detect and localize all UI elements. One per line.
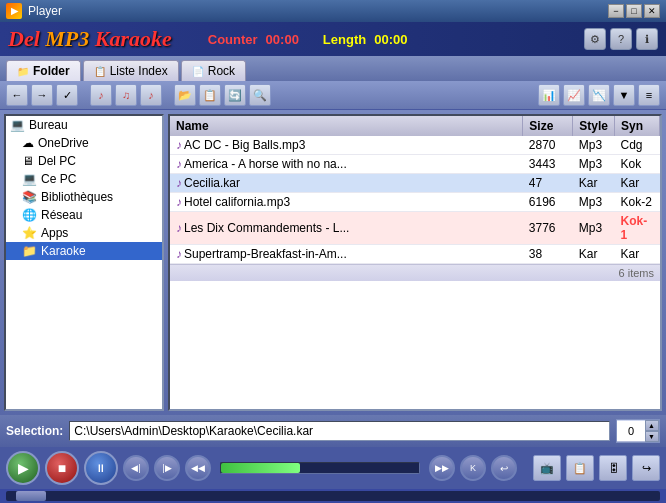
stop-button[interactable]: ■ xyxy=(45,451,79,485)
file-icon: ♪ xyxy=(176,195,182,209)
chart3-button[interactable]: 📉 xyxy=(588,84,610,106)
file-size: 2870 xyxy=(523,136,573,155)
file-syn: Cdg xyxy=(615,136,660,155)
check-button[interactable]: ✓ xyxy=(56,84,78,106)
repeat-button[interactable]: ↩ xyxy=(491,455,517,481)
maximize-button[interactable]: □ xyxy=(626,4,642,18)
file-style: Kar xyxy=(573,174,615,193)
selection-bar: Selection: ▲ ▼ xyxy=(0,415,666,447)
tree-label-delpc: Del PC xyxy=(38,154,76,168)
tree-item-bibliotheques[interactable]: 📚 Bibliothèques xyxy=(6,188,162,206)
close-button[interactable]: ✕ xyxy=(644,4,660,18)
open-folder-button[interactable]: 📂 xyxy=(174,84,196,106)
spin-down[interactable]: ▼ xyxy=(645,431,659,442)
title-mp3: MP3 xyxy=(45,26,95,51)
next-button[interactable]: |▶ xyxy=(154,455,180,481)
tree-label-onedrive: OneDrive xyxy=(38,136,89,150)
reseau-icon: 🌐 xyxy=(22,208,37,222)
display-button[interactable]: 📺 xyxy=(533,455,561,481)
cepc-icon: 💻 xyxy=(22,172,37,186)
selection-input[interactable] xyxy=(69,421,610,441)
file-size: 47 xyxy=(523,174,573,193)
selection-label: Selection: xyxy=(6,424,63,438)
seek-back-button[interactable]: ◀◀ xyxy=(185,455,211,481)
table-row[interactable]: ♪AC DC - Big Balls.mp3 2870 Mp3 Cdg xyxy=(170,136,660,155)
table-row[interactable]: ♪Cecilia.kar 47 Kar Kar xyxy=(170,174,660,193)
tab-liste-index[interactable]: 📋 Liste Index xyxy=(83,60,179,81)
tab-rock[interactable]: 📄 Rock xyxy=(181,60,246,81)
spin-up[interactable]: ▲ xyxy=(645,420,659,431)
table-row[interactable]: ♪Supertramp-Breakfast-in-Am... 38 Kar Ka… xyxy=(170,245,660,264)
spinner-input[interactable] xyxy=(617,421,645,441)
file-name: ♪Cecilia.kar xyxy=(170,174,523,193)
file-list[interactable]: Name Size Style Syn ♪AC DC - Big Balls.m… xyxy=(168,114,662,411)
file-syn: Kok-2 xyxy=(615,193,660,212)
karaoke-icon: 📁 xyxy=(22,244,37,258)
refresh-button[interactable]: 🔄 xyxy=(224,84,246,106)
app-icon: ▶ xyxy=(6,3,22,19)
window-controls: − □ ✕ xyxy=(608,4,660,18)
col-name: Name xyxy=(170,116,523,136)
title-kar: Karaoke xyxy=(95,26,172,51)
progress-section xyxy=(216,462,424,474)
seek-forward-button[interactable]: ▶▶ xyxy=(429,455,455,481)
info-button[interactable]: ℹ xyxy=(636,28,658,50)
file-name: ♪Supertramp-Breakfast-in-Am... xyxy=(170,245,523,264)
file-icon: ♪ xyxy=(176,176,182,190)
effects-button[interactable]: 🎛 xyxy=(599,455,627,481)
prev-button[interactable]: ◀| xyxy=(123,455,149,481)
menu-button[interactable]: ≡ xyxy=(638,84,660,106)
tree-item-delpc[interactable]: 🖥 Del PC xyxy=(6,152,162,170)
music3-button[interactable]: ♪ xyxy=(140,84,162,106)
bottom-scrollbar[interactable] xyxy=(0,489,666,503)
chart1-button[interactable]: 📊 xyxy=(538,84,560,106)
file-size: 38 xyxy=(523,245,573,264)
music2-button[interactable]: ♫ xyxy=(115,84,137,106)
header: Del MP3 Karaoke Counter 00:00 Length 00:… xyxy=(0,22,666,56)
filter-button[interactable]: ▼ xyxy=(613,84,635,106)
back-button[interactable]: ← xyxy=(6,84,28,106)
play-button[interactable]: ▶ xyxy=(6,451,40,485)
tree-item-onedrive[interactable]: ☁ OneDrive xyxy=(6,134,162,152)
tree-label-cepc: Ce PC xyxy=(41,172,76,186)
file-icon: ♪ xyxy=(176,157,182,171)
file-icon: ♪ xyxy=(176,138,182,152)
chart2-button[interactable]: 📈 xyxy=(563,84,585,106)
settings-button[interactable]: ⚙ xyxy=(584,28,606,50)
table-row[interactable]: ♪Les Dix Commandements - L... 3776 Mp3 K… xyxy=(170,212,660,245)
progress-bar[interactable] xyxy=(220,462,420,474)
counter-section: Counter 00:00 Length 00:00 xyxy=(208,32,408,47)
tab-folder[interactable]: 📁 Folder xyxy=(6,60,81,81)
table-row[interactable]: ♪America - A horse with no na... 3443 Mp… xyxy=(170,155,660,174)
exit-button[interactable]: ↪ xyxy=(632,455,660,481)
tree-item-karaoke[interactable]: 📁 Karaoke xyxy=(6,242,162,260)
search-button[interactable]: 🔍 xyxy=(249,84,271,106)
karaoke-button[interactable]: K xyxy=(460,455,486,481)
file-tree[interactable]: 💻 Bureau ☁ OneDrive 🖥 Del PC 💻 Ce PC 📚 B… xyxy=(4,114,164,411)
minimize-button[interactable]: − xyxy=(608,4,624,18)
file-name: ♪America - A horse with no na... xyxy=(170,155,523,174)
scrollbar-track[interactable] xyxy=(6,491,660,501)
tree-item-bureau[interactable]: 💻 Bureau xyxy=(6,116,162,134)
music1-button[interactable]: ♪ xyxy=(90,84,112,106)
tree-item-reseau[interactable]: 🌐 Réseau xyxy=(6,206,162,224)
list-button[interactable]: 📋 xyxy=(199,84,221,106)
forward-button[interactable]: → xyxy=(31,84,53,106)
tree-label-apps: Apps xyxy=(41,226,68,240)
bureau-icon: 💻 xyxy=(10,118,25,132)
file-size: 6196 xyxy=(523,193,573,212)
file-syn: Kar xyxy=(615,174,660,193)
tree-item-cepc[interactable]: 💻 Ce PC xyxy=(6,170,162,188)
rock-tab-icon: 📄 xyxy=(192,66,204,77)
help-button[interactable]: ? xyxy=(610,28,632,50)
table-row[interactable]: ♪Hotel california.mp3 6196 Mp3 Kok-2 xyxy=(170,193,660,212)
file-style: Mp3 xyxy=(573,136,615,155)
file-style: Mp3 xyxy=(573,212,615,245)
tree-item-apps[interactable]: ⭐ Apps xyxy=(6,224,162,242)
tab-liste-label: Liste Index xyxy=(110,64,168,78)
scrollbar-thumb[interactable] xyxy=(16,491,46,501)
playlist-button[interactable]: 📋 xyxy=(566,455,594,481)
tab-rock-label: Rock xyxy=(208,64,235,78)
pause-button[interactable]: ⏸ xyxy=(84,451,118,485)
length-value: 00:00 xyxy=(374,32,407,47)
